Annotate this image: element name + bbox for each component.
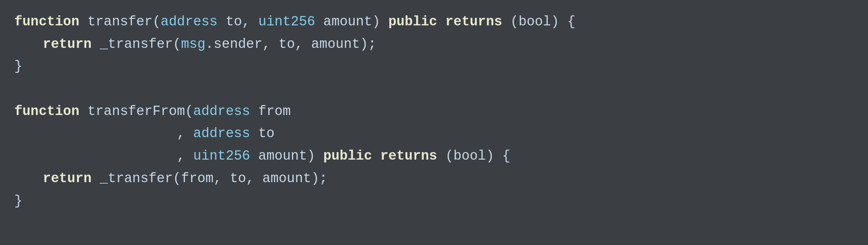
code-line-3: } xyxy=(14,55,854,78)
code-line-8: return _transfer(from, to, amount); xyxy=(14,168,854,190)
type-address-3: address xyxy=(193,126,250,141)
code-text: _transfer(from, to, amount); xyxy=(92,171,327,186)
code-text: from xyxy=(250,104,291,119)
code-line-9: } xyxy=(14,190,854,212)
code-text: amount) xyxy=(250,148,323,164)
closing-brace-1: } xyxy=(14,59,22,74)
keyword-return-2: return xyxy=(43,171,92,186)
code-text: to, xyxy=(218,14,258,29)
code-line-2: return _transfer(msg.sender, to, amount)… xyxy=(14,33,854,56)
keyword-function-2: function xyxy=(14,104,79,119)
type-uint256-1: uint256 xyxy=(258,14,315,29)
code-text: , xyxy=(14,126,193,141)
keyword-public-returns-1: public returns xyxy=(388,14,502,29)
keyword-public-returns-2: public returns xyxy=(323,148,437,164)
code-text: amount) xyxy=(315,14,388,29)
keyword-function-1: function xyxy=(14,14,79,29)
code-text: _transfer( xyxy=(92,36,181,52)
code-line-5: function transferFrom(address from xyxy=(14,100,854,123)
msg-object: msg xyxy=(181,36,205,52)
code-text: to xyxy=(250,126,274,141)
code-text: .sender, to, amount); xyxy=(205,36,376,52)
code-text: transfer( xyxy=(79,14,160,29)
code-editor: function transfer(address to, uint256 am… xyxy=(0,0,868,245)
code-line-1: function transfer(address to, uint256 am… xyxy=(14,11,854,33)
code-line-6: , address to xyxy=(14,122,854,145)
keyword-return-1: return xyxy=(43,36,92,52)
code-text: (bool) { xyxy=(502,14,575,29)
type-uint256-2: uint256 xyxy=(193,148,250,164)
code-text: , xyxy=(14,148,193,164)
code-text: transferFrom( xyxy=(79,104,193,119)
type-address-1: address xyxy=(160,14,218,29)
code-text: (bool) { xyxy=(437,148,510,164)
type-address-2: address xyxy=(193,104,250,119)
empty-line xyxy=(14,78,854,100)
closing-brace-2: } xyxy=(14,193,22,209)
code-line-7: , uint256 amount) public returns (bool) … xyxy=(14,145,854,168)
